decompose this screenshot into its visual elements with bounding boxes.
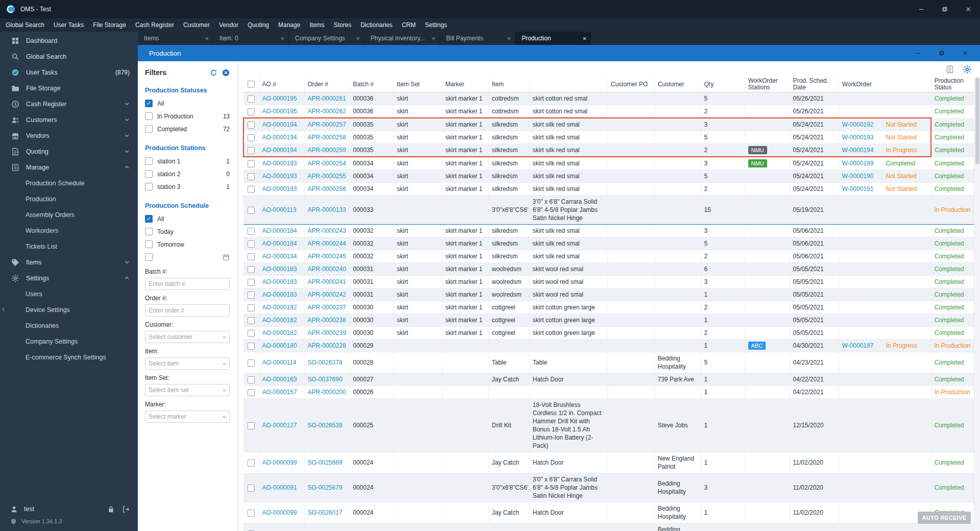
ao-link[interactable]: AO-0000113 [262,206,297,213]
ao-link[interactable]: AO-0000195 [262,95,297,102]
checkbox[interactable] [145,157,153,165]
ao-link[interactable]: AO-0000163 [262,376,297,383]
sidebar-item-file-storage[interactable]: File Storage [0,80,138,96]
sidebar-item-items[interactable]: Items [0,254,138,270]
production-restore-button[interactable] [930,45,953,61]
select-item-set-control[interactable] [145,384,230,396]
tab-close-icon[interactable]: × [431,35,435,42]
column-header-customer[interactable]: Customer [654,77,701,92]
column-header-ao[interactable]: AO # [259,77,304,92]
tab-close-icon[interactable]: × [280,35,284,42]
column-header-workorder[interactable]: WorkOrder [839,77,931,92]
tab-items[interactable]: Items× [138,32,213,45]
production-minimize-button[interactable] [906,45,930,61]
sidebar-item-global-search[interactable]: Global Search [0,49,138,64]
tab-close-icon[interactable]: × [507,35,511,42]
menu-item-stores[interactable]: Stores [329,18,356,32]
select-customer-control[interactable] [145,331,230,343]
column-header-batch[interactable]: Batch # [350,77,394,92]
ao-link[interactable]: AO-0000184 [262,240,297,247]
tab-physical-inventory[interactable]: Physical Inventory...× [364,32,440,45]
order-link[interactable]: APR-0000257 [308,121,346,128]
ao-link[interactable]: AO-0000194 [262,147,297,154]
ao-link[interactable]: AO-0000114 [262,359,297,366]
column-header-col7[interactable] [529,77,607,92]
ao-link[interactable]: AO-0000183 [262,291,297,298]
row-checkbox[interactable] [248,122,255,129]
row-checkbox[interactable] [248,266,255,273]
checkbox[interactable] [145,215,153,223]
checkbox[interactable] [145,112,153,120]
menu-item-dictionaries[interactable]: Dictionaries [356,18,397,32]
sidebar-item-dictionaries[interactable]: Dictionaries [0,318,138,333]
order-link[interactable]: APR-0000256 [308,185,346,192]
column-header-order[interactable]: Order # [304,77,350,92]
checkbox[interactable] [145,183,153,190]
row-checkbox[interactable] [248,108,255,115]
menu-item-crm[interactable]: CRM [397,18,420,32]
order-link[interactable]: APR-0000239 [308,329,346,336]
column-header-prod-sched-date[interactable]: Prod. Sched. Date [790,77,839,92]
row-checkbox[interactable] [248,304,255,311]
order-link[interactable]: APR-0000200 [308,389,346,396]
order-link[interactable]: APR-0000228 [308,342,346,349]
logout-icon[interactable] [122,505,130,513]
menu-item-customer[interactable]: Customer [179,18,214,32]
clear-filters-icon[interactable] [222,69,230,77]
calendar-icon[interactable] [223,254,230,261]
row-checkbox[interactable] [248,460,255,467]
menu-item-global-search[interactable]: Global Search [1,18,49,32]
ao-link[interactable]: AO-0000182 [262,329,297,336]
vertical-scrollbar[interactable] [974,77,980,531]
sidebar-item-settings[interactable]: Settings [0,270,138,286]
ao-link[interactable]: AO-0000193 [262,173,297,180]
sidebar-item-workorders[interactable]: Workorders [0,223,138,238]
menu-item-settings[interactable]: Settings [420,18,451,32]
column-header-item[interactable]: Item [488,77,529,92]
row-checkbox[interactable] [248,207,255,214]
order-link[interactable]: SO-0026378 [308,359,342,366]
refresh-filters-icon[interactable] [210,69,217,77]
export-list-icon[interactable] [946,65,954,74]
sidebar-item-cash-register[interactable]: $Cash Register [0,96,138,112]
close-button[interactable] [957,0,980,18]
row-checkbox[interactable] [248,173,255,180]
sidebar-item-production-schedule[interactable]: Production Schedule [0,175,138,191]
ao-link[interactable]: AO-0000099 [262,459,297,466]
order-link[interactable]: APR-0000238 [308,317,346,324]
checkbox[interactable] [145,253,153,261]
checkbox[interactable] [145,240,153,248]
row-checkbox[interactable] [248,134,255,141]
row-checkbox[interactable] [248,422,255,429]
order-link[interactable]: APR-0000133 [308,206,346,213]
tab-company-settings[interactable]: Company Settings× [289,32,364,45]
workorder-link[interactable]: W-0000191 [842,185,886,193]
tab-bill-payments[interactable]: Bill Payments× [440,32,516,45]
column-header-qty[interactable]: Qty [701,77,745,92]
checkbox[interactable] [145,100,153,107]
order-link[interactable]: SO-0025879 [308,484,342,491]
column-header-col0[interactable] [243,77,259,92]
menu-item-manage[interactable]: Manage [274,18,305,32]
row-checkbox[interactable] [248,317,255,324]
ao-link[interactable]: AO-0000183 [262,266,297,273]
row-checkbox[interactable] [248,160,255,167]
sidebar-item-e-commerce-synch-settings[interactable]: E-commerce Synch Settings [0,349,138,365]
input-order-control[interactable] [145,304,230,317]
scrollbar-thumb[interactable] [975,78,979,164]
ao-link[interactable]: AO-0000127 [262,422,297,429]
checkbox[interactable] [145,125,153,133]
tab-close-icon[interactable]: × [356,35,360,42]
ao-link[interactable]: AO-0000157 [262,389,297,396]
column-header-production-status[interactable]: Production Status [931,77,975,92]
ao-link[interactable]: AO-0000194 [262,121,297,128]
ao-link[interactable]: AO-0000183 [262,278,297,285]
ao-link[interactable]: AO-0000194 [262,134,297,141]
row-checkbox[interactable] [248,510,255,517]
ao-link[interactable]: AO-0000193 [262,160,297,167]
row-checkbox[interactable] [248,359,255,367]
sidebar-item-production[interactable]: Production [0,191,138,207]
menu-item-file-storage[interactable]: File Storage [88,18,131,32]
tab-production[interactable]: Production× [516,32,591,45]
ao-link[interactable]: AO-0000184 [262,227,297,234]
